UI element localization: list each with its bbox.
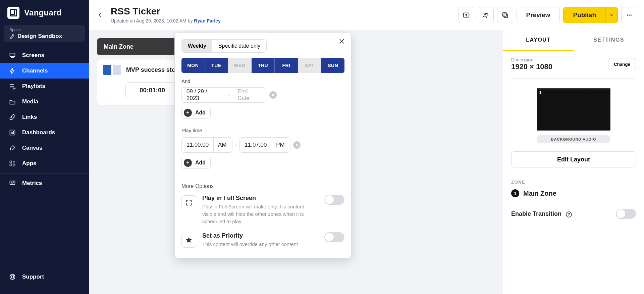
- playlist-icon: [9, 83, 16, 90]
- day-thu[interactable]: THU: [252, 58, 275, 73]
- day-tue[interactable]: TUE: [205, 58, 228, 73]
- page-subtitle: Updated on Aug 29, 2023, 10:02 AM by Rya…: [111, 18, 458, 23]
- time-dash: -: [235, 142, 237, 148]
- time-start-value[interactable]: 11:00:00: [182, 138, 213, 152]
- time-start-input[interactable]: 11:00:00 AM: [181, 137, 232, 153]
- publish-dropdown[interactable]: [606, 7, 618, 23]
- nav-divider: [0, 173, 89, 174]
- popover-close-button[interactable]: [336, 36, 347, 47]
- clear-date-button[interactable]: [269, 91, 277, 99]
- day-fri[interactable]: FRI: [275, 58, 298, 73]
- lifebuoy-icon: [9, 273, 16, 281]
- nav-screens[interactable]: Screens: [0, 48, 89, 63]
- nav-canvas[interactable]: Canvas: [0, 140, 89, 156]
- plus-icon: +: [184, 159, 192, 167]
- nav-channels[interactable]: Channels: [0, 63, 89, 79]
- nav-label: Media: [22, 98, 38, 105]
- content-title: MVP success story: [126, 66, 181, 74]
- more-options-label: More Options: [181, 183, 344, 189]
- background-audio-chip[interactable]: BACKGROUND AUDIO: [537, 135, 610, 143]
- preview-button[interactable]: Preview: [517, 7, 560, 23]
- schedule-popover: Weekly Specific date only MON TUE WED TH…: [174, 32, 352, 258]
- share-people-button[interactable]: [478, 7, 494, 23]
- top-actions: Preview Publish: [458, 7, 637, 23]
- nav-label: Support: [22, 274, 44, 280]
- change-dimension-button[interactable]: Change: [608, 58, 636, 70]
- weekday-selector: MON TUE WED THU FRI SAT SUN: [181, 58, 344, 73]
- add-date-range-button[interactable]: + Add: [181, 107, 211, 119]
- nav-label: Playlists: [22, 83, 45, 90]
- svg-point-15: [631, 14, 632, 16]
- content-thumb-icon: [103, 65, 121, 75]
- nav-apps[interactable]: Apps: [0, 156, 89, 171]
- back-button[interactable]: [89, 0, 111, 30]
- svg-rect-4: [13, 164, 15, 166]
- svg-point-14: [629, 14, 630, 16]
- duplicate-button[interactable]: [497, 7, 513, 23]
- brand-logo-icon: [7, 7, 19, 19]
- svg-point-9: [484, 13, 486, 15]
- nav-media[interactable]: Media: [0, 94, 89, 109]
- time-end-meridiem[interactable]: PM: [272, 138, 289, 152]
- fullscreen-icon: [181, 195, 196, 210]
- space-value: Design Sandbox: [9, 33, 79, 40]
- more-menu-button[interactable]: [621, 7, 637, 23]
- nav-links[interactable]: Links: [0, 109, 89, 125]
- option-priority-title: Set as Priority: [202, 232, 318, 239]
- help-icon[interactable]: ?: [566, 211, 572, 217]
- chart-icon: [9, 129, 16, 136]
- date-start[interactable]: 09 / 29 / 2023: [182, 88, 225, 102]
- nav-metrics[interactable]: Metrics: [0, 176, 89, 191]
- title-block: RSS Ticker Updated on Aug 29, 2023, 10:0…: [111, 6, 458, 23]
- workspace: Main Zone MVP success story 00:01:00: [89, 30, 644, 294]
- mode-weekly[interactable]: Weekly: [182, 40, 212, 52]
- layout-preview[interactable]: 1: [537, 88, 610, 131]
- nav-playlists[interactable]: Playlists: [0, 79, 89, 94]
- by-label: by: [186, 18, 194, 23]
- panel-divider: [511, 79, 636, 79]
- tab-settings[interactable]: SETTINGS: [574, 30, 644, 51]
- day-sun[interactable]: SUN: [321, 58, 344, 73]
- option-priority-desc: This content will override any other con…: [202, 241, 318, 248]
- mode-specific[interactable]: Specific date only: [212, 40, 266, 52]
- publish-button[interactable]: Publish: [563, 7, 606, 23]
- panel-tabs: LAYOUT SETTINGS: [503, 30, 644, 51]
- svg-point-10: [486, 13, 488, 14]
- grid-plus-icon: [9, 160, 16, 167]
- cast-button[interactable]: [458, 7, 474, 23]
- enable-transition-toggle[interactable]: [616, 209, 636, 219]
- zone-row[interactable]: 1 Main Zone: [511, 189, 636, 197]
- edit-layout-button[interactable]: Edit Layout: [511, 151, 636, 167]
- updated-prefix: Updated on: [111, 18, 136, 23]
- add-time-range-button[interactable]: + Add: [181, 157, 211, 169]
- nav-support[interactable]: Support: [0, 269, 89, 285]
- star-icon: [181, 233, 196, 248]
- updated-user[interactable]: Ryan Farley: [194, 18, 220, 23]
- clear-time-button[interactable]: [293, 141, 301, 149]
- date-range-input[interactable]: 09 / 29 / 2023 - End Date: [181, 87, 266, 103]
- brush-icon: [9, 144, 16, 152]
- tab-layout[interactable]: LAYOUT: [503, 30, 574, 51]
- content-duration[interactable]: 00:01:00: [125, 82, 179, 98]
- popover-divider: [181, 177, 344, 177]
- space-selector[interactable]: Space Design Sandbox: [4, 25, 85, 42]
- option-priority: Set as Priority This content will overri…: [181, 232, 344, 248]
- topbar: RSS Ticker Updated on Aug 29, 2023, 10:0…: [89, 0, 644, 30]
- option-fullscreen-toggle[interactable]: [324, 195, 344, 205]
- monitor-icon: [9, 52, 16, 59]
- day-mon[interactable]: MON: [181, 58, 205, 73]
- date-end[interactable]: End Date: [233, 88, 266, 102]
- time-end-input[interactable]: 11:07:00 PM: [239, 137, 290, 153]
- day-sat[interactable]: SAT: [298, 58, 322, 73]
- plus-icon: +: [184, 109, 192, 117]
- option-priority-toggle[interactable]: [324, 232, 344, 242]
- dimension-value: 1920 × 1080: [511, 62, 552, 71]
- date-range-row: 09 / 29 / 2023 - End Date: [181, 87, 344, 103]
- nav-dashboards[interactable]: Dashboards: [0, 125, 89, 140]
- canvas-column: Main Zone MVP success story 00:01:00: [89, 30, 503, 294]
- day-wed[interactable]: WED: [228, 58, 252, 73]
- time-end-value[interactable]: 11:07:00: [240, 138, 271, 152]
- time-start-meridiem[interactable]: AM: [213, 138, 231, 152]
- add-label: Add: [195, 160, 206, 166]
- add-label: Add: [195, 110, 206, 116]
